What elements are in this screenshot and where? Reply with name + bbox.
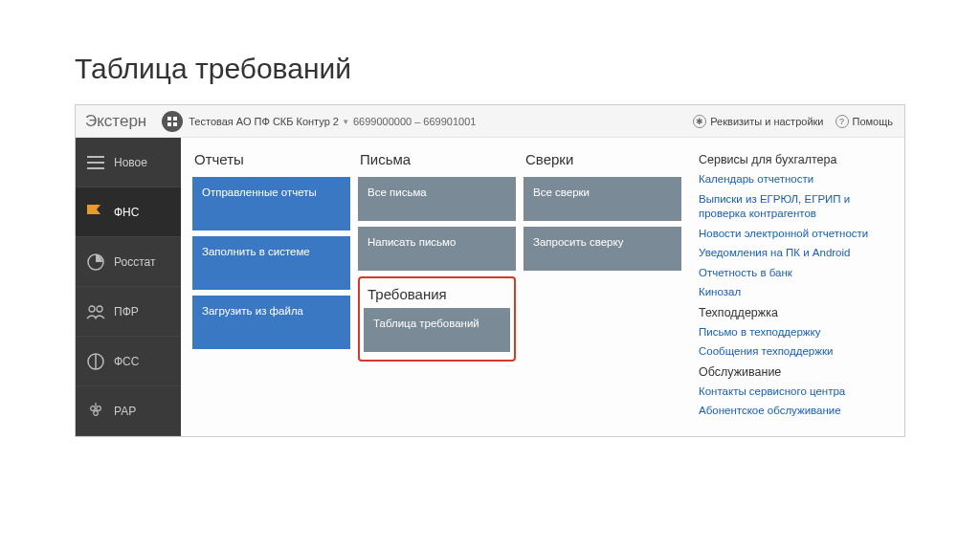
sidebar-item-rosstat[interactable]: Росстат xyxy=(76,237,181,287)
svg-rect-3 xyxy=(173,122,177,126)
rp-link-subscription[interactable]: Абонентское обслуживание xyxy=(699,404,879,419)
sidebar-item-label: Росстат xyxy=(114,255,155,269)
column-reports: Отчеты Отправленные отчеты Заполнить в с… xyxy=(192,147,350,427)
svg-point-13 xyxy=(97,406,101,410)
svg-rect-2 xyxy=(167,122,171,126)
sidebar-item-label: ПФР xyxy=(114,305,139,318)
tile-write-letter[interactable]: Написать письмо xyxy=(358,227,516,271)
settings-link[interactable]: ✱ Реквизиты и настройки xyxy=(693,115,823,128)
page-title: Таблица требований xyxy=(0,0,980,104)
brand-name: Экстерн xyxy=(76,112,156,131)
main-content: Отчеты Отправленные отчеты Заполнить в с… xyxy=(181,138,904,436)
sidebar: Новое ФНС Росстат ПФР xyxy=(76,138,181,436)
help-icon: ? xyxy=(835,115,849,128)
app-window: Экстерн Тестовая АО ПФ СКБ Контур 2 ▾ 66… xyxy=(75,104,905,437)
svg-rect-6 xyxy=(87,167,104,169)
tile-request-reconciliation[interactable]: Запросить сверку xyxy=(523,227,681,271)
rp-section-header: Обслуживание xyxy=(699,365,879,379)
topbar: Экстерн Тестовая АО ПФ СКБ Контур 2 ▾ 66… xyxy=(76,105,904,138)
column-header: Требования xyxy=(364,282,510,308)
tile-requirements-table[interactable]: Таблица требований xyxy=(364,308,510,352)
svg-point-8 xyxy=(89,306,95,312)
svg-rect-1 xyxy=(173,117,177,121)
column-letters: Письма Все письма Написать письмо Требов… xyxy=(358,147,516,427)
flag-icon xyxy=(85,203,106,222)
rp-section-header: Техподдержка xyxy=(699,306,879,319)
column-header: Сверки xyxy=(523,147,681,177)
circle-bar-icon xyxy=(85,352,106,371)
rp-link-cinema[interactable]: Кинозал xyxy=(699,285,879,300)
sidebar-item-fss[interactable]: ФСС xyxy=(76,337,181,386)
grapes-icon xyxy=(85,402,106,421)
sidebar-item-label: РАР xyxy=(114,405,136,418)
sidebar-item-label: ФСС xyxy=(114,355,139,368)
help-label: Помощь xyxy=(853,116,894,127)
rp-section-header: Сервисы для бухгалтера xyxy=(699,153,879,166)
gear-icon: ✱ xyxy=(693,115,706,128)
rp-link-service-contacts[interactable]: Контакты сервисного центра xyxy=(699,384,879,400)
menu-icon xyxy=(85,153,106,172)
chevron-down-icon: ▾ xyxy=(344,117,348,126)
svg-point-12 xyxy=(91,406,96,410)
sidebar-item-fns[interactable]: ФНС xyxy=(76,187,181,237)
tile-fill-in-system[interactable]: Заполнить в системе xyxy=(192,236,350,290)
sidebar-item-label: ФНС xyxy=(114,206,139,219)
settings-label: Реквизиты и настройки xyxy=(710,116,823,127)
sidebar-item-pfr[interactable]: ПФР xyxy=(76,287,181,337)
rp-link-support-messages[interactable]: Сообщения техподдержки xyxy=(699,344,879,360)
app-switcher-icon[interactable] xyxy=(162,111,183,132)
rp-link-support-letter[interactable]: Письмо в техподдержку xyxy=(699,325,879,340)
requirements-highlight: Требования Таблица требований xyxy=(358,276,516,362)
sidebar-item-new[interactable]: Новое xyxy=(76,138,181,187)
org-selector[interactable]: Тестовая АО ПФ СКБ Контур 2 xyxy=(189,116,339,127)
tile-all-reconciliations[interactable]: Все сверки xyxy=(523,177,681,221)
rp-link-bank[interactable]: Отчетность в банк xyxy=(699,266,879,281)
tile-sent-reports[interactable]: Отправленные отчеты xyxy=(192,177,350,231)
pie-chart-icon xyxy=(85,253,106,272)
rp-link-notifications[interactable]: Уведомления на ПК и Android xyxy=(699,246,879,261)
people-icon xyxy=(85,302,106,321)
help-link[interactable]: ? Помощь xyxy=(835,115,894,128)
right-panel: Сервисы для бухгалтера Календарь отчетно… xyxy=(699,147,879,427)
column-reconciliations: Сверки Все сверки Запросить сверку xyxy=(523,147,681,427)
tile-all-letters[interactable]: Все письма xyxy=(358,177,516,221)
rp-link-calendar[interactable]: Календарь отчетности xyxy=(699,172,879,187)
svg-point-9 xyxy=(97,306,102,312)
sidebar-item-rar[interactable]: РАР xyxy=(76,386,181,436)
svg-point-14 xyxy=(94,410,99,415)
tile-load-from-file[interactable]: Загрузить из файла xyxy=(192,296,350,349)
rp-link-extracts[interactable]: Выписки из ЕГРЮЛ, ЕГРИП и проверка контр… xyxy=(699,192,879,222)
svg-rect-0 xyxy=(167,117,171,121)
svg-rect-5 xyxy=(87,162,104,164)
sidebar-item-label: Новое xyxy=(114,156,147,169)
column-header: Письма xyxy=(358,147,516,177)
column-header: Отчеты xyxy=(192,147,350,177)
rp-link-news[interactable]: Новости электронной отчетности xyxy=(699,227,879,242)
org-code-range: 6699000000 – 669901001 xyxy=(353,116,476,127)
svg-rect-4 xyxy=(87,156,104,158)
